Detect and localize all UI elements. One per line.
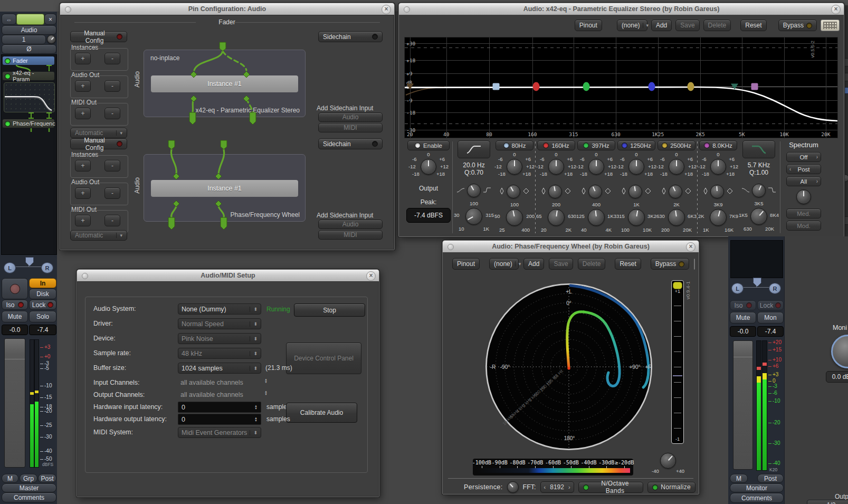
eq-band-marker[interactable] xyxy=(533,82,540,91)
add-sidechain-midi-button[interactable]: MIDI xyxy=(318,230,383,240)
processor-phase-wheel[interactable]: Phase/Frequenc xyxy=(3,119,54,128)
q-knob-cell[interactable] xyxy=(581,182,612,202)
panner[interactable]: L R xyxy=(729,278,783,299)
spectrum-gain-knob[interactable] xyxy=(796,189,811,204)
peak-display[interactable]: -7.4 xyxy=(757,326,784,337)
audio-system-dropdown[interactable]: None (Dummy)⬍ xyxy=(178,303,261,315)
peak-display[interactable]: -7.4 xyxy=(29,325,56,335)
comments-button[interactable]: Comments xyxy=(2,492,56,502)
midi-out-add-button[interactable]: + xyxy=(75,215,91,226)
metering-point-button[interactable]: M xyxy=(2,474,18,483)
add-sidechain-audio-button[interactable]: Audio xyxy=(318,112,383,122)
mute-button[interactable]: Mute xyxy=(730,312,756,324)
pan-handle[interactable] xyxy=(753,278,761,287)
manual-config-button[interactable]: Manual Config xyxy=(70,31,127,42)
q-knob-cell[interactable] xyxy=(499,182,530,202)
processor-box[interactable] xyxy=(730,240,783,278)
window-menu-button[interactable] xyxy=(65,6,71,13)
spectrum-mode-button[interactable]: Off› xyxy=(786,152,821,162)
monitor-button[interactable]: Mon xyxy=(757,312,784,324)
driver-dropdown[interactable]: Normal Speed⬍ xyxy=(178,318,261,329)
instances-remove-button[interactable]: - xyxy=(104,53,120,64)
q-knob[interactable] xyxy=(628,185,642,198)
bypass-button[interactable]: Bypass xyxy=(651,258,689,270)
window-titlebar[interactable]: Pin Configuration: Audio × xyxy=(60,3,394,15)
mute-button[interactable]: Mute xyxy=(2,311,28,322)
processor-active-led[interactable] xyxy=(5,73,11,79)
window-menu-button[interactable] xyxy=(447,244,454,250)
processor-active-led[interactable] xyxy=(5,121,11,127)
metering-point-button[interactable]: M xyxy=(730,474,748,483)
midi-out-remove-button[interactable]: - xyxy=(104,108,120,119)
window-titlebar[interactable]: Audio: Phase/Frequency Wheel (by Robin G… xyxy=(443,241,699,253)
gain-knob[interactable] xyxy=(548,159,564,175)
gain-knob-cell[interactable]: 0-6+6-12+12-18+18 xyxy=(536,152,576,180)
window-menu-button[interactable] xyxy=(82,273,88,279)
freq-knob[interactable] xyxy=(628,209,645,226)
solo-button[interactable]: Solo xyxy=(29,311,56,322)
spectrum-speed-button[interactable]: Med. xyxy=(786,208,821,218)
eq-band-marker[interactable] xyxy=(493,83,500,90)
q-knob-cell[interactable] xyxy=(741,180,776,201)
pinout-button[interactable]: Pinout xyxy=(452,258,480,270)
monitor-knob[interactable] xyxy=(831,335,848,368)
close-button[interactable]: × xyxy=(831,5,841,14)
manual-config-button[interactable]: Manual Config xyxy=(70,138,127,149)
q-knob[interactable] xyxy=(548,185,562,198)
gain-knob-cell[interactable]: 0-6+6-12+12-18+18 xyxy=(616,152,656,180)
eq-band-marker[interactable] xyxy=(583,82,590,91)
audio-out-remove-button[interactable]: - xyxy=(104,80,120,92)
output-route-button[interactable]: 1/2 xyxy=(807,500,848,504)
gain-knob[interactable] xyxy=(710,159,726,175)
q-knob[interactable] xyxy=(507,185,520,198)
sidechain-button[interactable]: Sidechain xyxy=(318,138,383,149)
octave-bands-button[interactable]: N/Octave Bands xyxy=(578,482,644,493)
instance-bar[interactable]: Instance #1 xyxy=(151,180,298,197)
output-button[interactable]: Master xyxy=(2,483,56,492)
spectrum-mode2-button[interactable]: Mod. xyxy=(786,221,821,231)
midi-system-dropdown[interactable]: Midi Event Generators⬍ xyxy=(178,427,261,438)
pan-right-bubble[interactable]: R xyxy=(41,262,53,273)
chevron-left-icon[interactable]: ‹ xyxy=(544,484,546,490)
range-knob-cell[interactable]: -40 +40 xyxy=(652,449,684,476)
normalize-button[interactable]: Normalize xyxy=(647,482,695,493)
eq-enable-button[interactable]: Enable xyxy=(407,140,450,150)
gain-knob-cell[interactable]: 0-6+6-12+12-18+18 xyxy=(494,152,535,180)
band-enable-button[interactable]: 160Hz xyxy=(537,140,575,150)
reset-button[interactable]: Reset xyxy=(615,258,641,270)
keyboard-focus-icon[interactable] xyxy=(694,259,695,270)
pan-handle[interactable] xyxy=(25,257,34,266)
gain-knob[interactable] xyxy=(588,159,604,175)
band-enable-button[interactable]: 1250Hz xyxy=(617,140,655,150)
gain-knob-cell[interactable]: 0-6+6-12+12-18+18 xyxy=(576,152,616,180)
fader-post-button[interactable]: Post xyxy=(757,474,784,483)
window-titlebar[interactable]: Audio/MIDI Setup × xyxy=(77,270,379,282)
close-button[interactable]: × xyxy=(686,242,695,252)
gain-knob[interactable] xyxy=(507,159,522,175)
track-name-field[interactable] xyxy=(16,14,44,25)
freq-knob-cell[interactable]: 4001251K3404K xyxy=(576,202,616,233)
freq-knob[interactable] xyxy=(588,209,605,226)
q-knob-cell[interactable] xyxy=(621,182,652,202)
processor-active-led[interactable] xyxy=(5,58,11,64)
reset-button[interactable]: Reset xyxy=(740,20,766,31)
freq-knob[interactable] xyxy=(506,209,523,226)
freq-knob[interactable] xyxy=(668,209,685,226)
q-knob[interactable] xyxy=(669,185,682,198)
solo-lock-button[interactable]: Lock xyxy=(29,300,56,310)
input-channels-value[interactable]: all available channels xyxy=(180,379,243,386)
instance-bar[interactable]: Instance #1 xyxy=(151,75,298,92)
persistence-knob[interactable] xyxy=(507,481,519,493)
buffer-size-dropdown[interactable]: 1024 samples⬍ xyxy=(178,363,261,374)
level-range-slider[interactable]: +1 -1 xyxy=(671,280,684,444)
freq-knob[interactable] xyxy=(750,208,767,225)
band-enable-button[interactable]: 80Hz xyxy=(496,140,533,150)
pan-left-bubble[interactable]: L xyxy=(731,283,744,294)
chevron-right-icon[interactable]: › xyxy=(568,484,570,490)
lowpass-enable-button[interactable] xyxy=(742,140,775,158)
q-knob[interactable] xyxy=(588,185,602,198)
q-knob-cell[interactable] xyxy=(661,182,692,202)
highpass-enable-button[interactable] xyxy=(458,140,490,158)
close-button[interactable]: × xyxy=(366,271,376,281)
q-knob-cell[interactable] xyxy=(456,180,491,201)
